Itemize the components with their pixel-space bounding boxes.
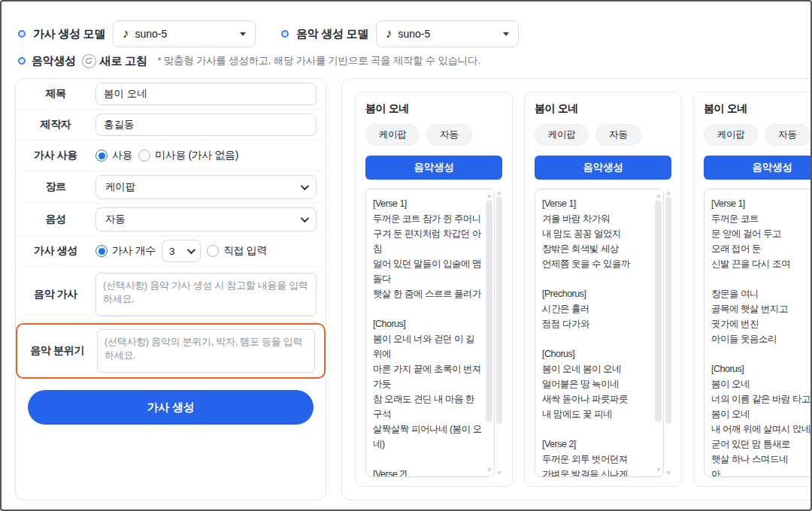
genre-tag: 케이팝 [535, 124, 589, 146]
voice-row: 음성 자동 [16, 204, 326, 236]
genre-label: 장르 [16, 180, 95, 194]
lyrics-box: [Verse 1] 두꺼운 코트 잠가 쥔 주머니 구겨 둔 편지처럼 차갑던 … [365, 189, 502, 477]
lyrics-model-select[interactable]: ♪ suno-5 [113, 20, 256, 47]
generate-music-button[interactable]: 음악생성 [535, 156, 671, 180]
card-title: 봄이 오네 [365, 102, 502, 116]
generate-music-button[interactable]: 음악생성 [704, 156, 812, 180]
music-mood-textarea[interactable] [97, 329, 315, 373]
creator-label: 제작자 [16, 118, 95, 132]
chevron-down-icon [187, 246, 195, 254]
generate-lyrics-button[interactable]: 가사 생성 [28, 390, 314, 425]
music-mood-label: 음악 분위기 [17, 344, 97, 358]
lyrics-model-label: 가사 생성 모델 [33, 27, 105, 41]
refresh-label: 새로 고침 [100, 54, 147, 68]
lyrics-count-radio[interactable]: 가사 개수 [95, 244, 156, 258]
lyrics-card: 봄이 오네 케이팝 자동 음악생성 [Verse 1] 두꺼운 코트 문 앞에 … [693, 92, 812, 487]
radio-selected-icon [95, 150, 108, 162]
music-model-label: 음악 생성 모델 [296, 27, 368, 41]
dropdown-arrow-icon [503, 32, 509, 36]
music-lyrics-textarea[interactable] [95, 273, 317, 316]
lyrics-model-value: suno-5 [135, 28, 234, 40]
music-model-select[interactable]: ♪ suno-5 [376, 20, 519, 47]
radio-unselected-icon [207, 245, 219, 257]
dropdown-arrow-icon [240, 32, 246, 36]
creator-row: 제작자 [16, 110, 326, 141]
music-note-icon: ♪ [123, 27, 129, 40]
music-mood-row: 음악 분위기 [16, 323, 326, 379]
refresh-button[interactable]: 새로 고침 [82, 54, 147, 68]
voice-tag: 자동 [765, 124, 810, 146]
voice-tag: 자동 [426, 124, 471, 146]
genre-tag: 케이팝 [365, 124, 420, 146]
blue-dot-icon [281, 30, 289, 38]
music-gen-bar: 음악생성 새로 고침 * 맞춤형 가사를 생성하고, 해당 가사를 기반으로 곡… [18, 51, 797, 71]
voice-label: 음성 [16, 213, 95, 226]
lyrics-scrollbar[interactable] [486, 194, 492, 472]
voice-select[interactable]: 자동 [95, 207, 317, 231]
card-title: 봄이 오네 [704, 102, 812, 116]
radio-unselected-icon [138, 150, 150, 162]
lyrics-textarea[interactable]: [Verse 1] 두꺼운 코트 문 앞에 걸어 두고 오래 접어 둔 신발 끈… [704, 189, 812, 477]
chevron-down-icon [301, 214, 309, 222]
title-label: 제목 [16, 87, 95, 101]
creator-input[interactable] [95, 113, 317, 136]
lyrics-textarea[interactable]: [Verse 1] 두꺼운 코트 잠가 쥔 주머니 구겨 둔 편지처럼 차갑던 … [365, 189, 495, 477]
model-select-bar: 가사 생성 모델 ♪ suno-5 음악 생성 모델 ♪ suno-5 [18, 20, 797, 48]
no-lyrics-radio[interactable]: 미사용 (가사 없음) [138, 149, 238, 162]
refresh-icon [82, 54, 96, 68]
results-panel: 봄이 오네 케이팝 자동 음악생성 [Verse 1] 두꺼운 코트 잠가 쥔 … [341, 78, 812, 500]
direct-input-radio[interactable]: 직접 입력 [207, 244, 267, 258]
blue-dot-icon [18, 57, 26, 65]
radio-selected-icon [95, 245, 108, 257]
helper-note: * 맞춤형 가사를 생성하고, 해당 가사를 기반으로 곡을 제작할 수 있습니… [157, 54, 480, 68]
lyrics-textarea[interactable]: [Verse 1] 겨울 바람 차가워 내 맘도 꽁꽁 얼었지 창밖은 회색빛 … [535, 189, 664, 477]
lyrics-card: 봄이 오네 케이팝 자동 음악생성 [Verse 1] 두꺼운 코트 잠가 쥔 … [355, 92, 513, 487]
card-scrollbar[interactable] [496, 191, 502, 475]
music-lyrics-label: 음악 가사 [16, 288, 95, 301]
music-gen-label: 음악생성 [32, 54, 76, 68]
title-row: 제목 [16, 79, 326, 110]
card-title: 봄이 오네 [535, 102, 671, 116]
music-lyrics-row: 음악 가사 [16, 267, 326, 322]
blue-dot-icon [18, 30, 26, 38]
lyrics-gen-row: 가사 생성 가사 개수 3 직접 입력 [16, 236, 326, 267]
card-scrollbar[interactable] [665, 191, 671, 475]
genre-tag: 케이팝 [704, 124, 758, 146]
use-lyrics-row: 가사 사용 사용 미사용 (가사 없음) [16, 141, 326, 171]
genre-select[interactable]: 케이팝 [95, 175, 317, 199]
chevron-down-icon [301, 182, 309, 190]
use-lyrics-label: 가사 사용 [16, 149, 95, 162]
voice-tag: 자동 [595, 124, 641, 146]
lyrics-count-select[interactable]: 3 [162, 240, 201, 262]
lyrics-form-panel: 제목 제작자 가사 사용 사용 미사용 (가사 없음) [15, 78, 326, 500]
genre-row: 장르 케이팝 [16, 171, 326, 204]
lyrics-scrollbar[interactable] [655, 194, 662, 472]
lyrics-box: [Verse 1] 두꺼운 코트 문 앞에 걸어 두고 오래 접어 둔 신발 끈… [704, 189, 812, 477]
lyrics-card: 봄이 오네 케이팝 자동 음악생성 [Verse 1] 겨울 바람 차가워 내 … [524, 92, 682, 487]
lyrics-gen-label: 가사 생성 [16, 244, 95, 258]
use-lyrics-radio[interactable]: 사용 [95, 149, 132, 162]
music-model-value: suno-5 [398, 28, 497, 40]
title-input[interactable] [95, 83, 317, 105]
generate-music-button[interactable]: 음악생성 [365, 156, 502, 180]
lyrics-box: [Verse 1] 겨울 바람 차가워 내 맘도 꽁꽁 얼었지 창밖은 회색빛 … [535, 189, 671, 477]
music-note-icon: ♪ [386, 27, 392, 40]
